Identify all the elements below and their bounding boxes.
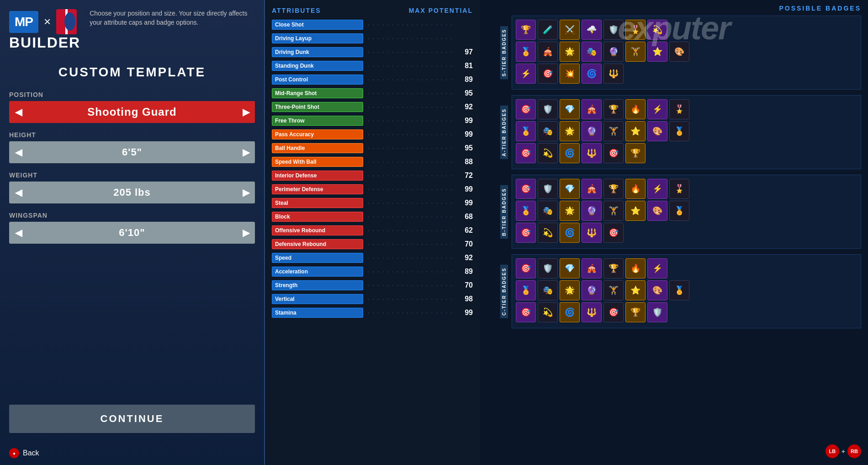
wingspan-right-arrow[interactable]: ▶	[237, 222, 255, 244]
position-label: POSITION	[9, 91, 255, 98]
attr-dots: · · · · · · · · · · · · · · · · · · · ·	[368, 90, 452, 96]
attr-dots: · · · · · · · · · · · · · · · · · · · ·	[368, 268, 452, 275]
badge-item: ⭐	[625, 201, 646, 221]
badge-item: 💎	[560, 99, 580, 119]
badge-item: 🎪	[582, 258, 602, 278]
attr-name: Offensive Rebound	[275, 227, 325, 234]
attr-value: 70	[457, 240, 473, 248]
tier-box: 🎯🛡️💎🎪🏆🔥⚡🎖️🏅🎭🌟🔮🏋️⭐🎨🏅🎯💫🌀🔱🎯🏆	[512, 95, 861, 169]
attr-bar-container: Mid-Range Shot	[272, 88, 363, 98]
attr-dots: · · · · · · · · · · · · · · · · · · · ·	[368, 118, 452, 124]
attr-bar: Interior Defense	[272, 171, 363, 181]
badge-item: 🏅	[516, 42, 536, 62]
badge-item: 🎪	[538, 42, 558, 62]
badge-item: 🔥	[625, 179, 646, 199]
badge-item: 🔱	[603, 64, 624, 84]
badges-panel: exputer POSSIBLE BADGES S-TIER BADGES🏆🧪⚔…	[480, 0, 868, 465]
wingspan-left-arrow[interactable]: ◀	[9, 222, 27, 244]
attr-name: Pass Accuracy	[275, 131, 314, 138]
badge-item: 🎭	[538, 201, 558, 221]
attr-name: Interior Defense	[275, 172, 317, 179]
back-button[interactable]: ● Back	[9, 448, 39, 458]
badge-item: 💎	[560, 258, 580, 278]
attr-dots: · · · · · · · · · · · · · · · · · · · ·	[368, 200, 452, 206]
badge-item: 🎯	[516, 302, 536, 322]
badge-item: 🛡️	[538, 99, 558, 119]
attr-bar-container: Speed With Ball	[272, 157, 363, 167]
attr-bar: Free Throw	[272, 116, 363, 126]
weight-label: WEIGHT	[9, 171, 255, 179]
position-left-arrow[interactable]: ◀	[9, 101, 27, 123]
tier-section: S-TIER BADGES🏆🧪⚔️🌩️🛡️🎖️💫🏅🎪🌟🎭🔮🏋️⭐🎨⚡🎯💥🌀🔱	[500, 16, 861, 90]
attribute-row: Steal · · · · · · · · · · · · · · · · · …	[265, 196, 480, 210]
weight-right-arrow[interactable]: ▶	[237, 182, 255, 203]
attr-bar-container: Driving Layup	[272, 33, 363, 43]
badge-item: 💫	[538, 302, 558, 322]
badge-item: 🎖️	[669, 179, 689, 199]
badge-item: 🎯	[603, 302, 624, 322]
badge-item: 🎨	[647, 280, 667, 300]
attr-dots: · · · · · · · · · · · · · · · · · · · ·	[368, 214, 452, 220]
weight-selector[interactable]: ◀ 205 lbs ▶	[9, 182, 255, 203]
attr-dots: · · · · · · · · · · · · · · · · · · · ·	[368, 310, 452, 316]
badge-item: 🏋️	[625, 42, 646, 62]
wingspan-selector[interactable]: ◀ 6'10" ▶	[9, 222, 255, 244]
attr-dots: · · · · · · · · · · · · · · · · · · · ·	[368, 186, 452, 192]
badge-row: 🎯💫🌀🔱🎯🏆	[516, 143, 857, 163]
position-value: Shooting Guard	[27, 106, 237, 118]
badge-row: 🎯🛡️💎🎪🏆🔥⚡🎖️	[516, 179, 857, 199]
attr-bar-container: Standing Dunk	[272, 61, 363, 71]
attributes-list: Close Shot · · · · · · · · · · · · · · ·…	[265, 18, 480, 320]
badge-item: ⭐	[625, 280, 646, 300]
badge-item: 🎯	[516, 99, 536, 119]
badge-item: 🛡️	[538, 179, 558, 199]
attribute-row: Stamina · · · · · · · · · · · · · · · · …	[265, 306, 480, 320]
left-panel: MP × BUILDER Choose your position and si…	[0, 0, 265, 465]
badge-item: ⚔️	[560, 20, 580, 40]
badge-item: 🏅	[669, 201, 689, 221]
badge-item: 🎨	[647, 201, 667, 221]
attr-bar: Standing Dunk	[272, 61, 363, 71]
attr-bar-container: Three-Point Shot	[272, 102, 363, 112]
badge-item: 🎖️	[669, 99, 689, 119]
badge-item: 💎	[560, 179, 580, 199]
attr-bar: Post Control	[272, 75, 363, 85]
attribute-row: Close Shot · · · · · · · · · · · · · · ·…	[265, 18, 480, 32]
attribute-row: Ball Handle · · · · · · · · · · · · · · …	[265, 141, 480, 155]
badge-item: 🔱	[582, 302, 602, 322]
weight-left-arrow[interactable]: ◀	[9, 182, 27, 203]
wingspan-value: 6'10"	[27, 227, 237, 239]
attribute-row: Interior Defense · · · · · · · · · · · ·…	[265, 169, 480, 182]
tier-section: A-TIER BADGES🎯🛡️💎🎪🏆🔥⚡🎖️🏅🎭🌟🔮🏋️⭐🎨🏅🎯💫🌀🔱🎯🏆	[500, 95, 861, 169]
attribute-row: Pass Accuracy · · · · · · · · · · · · · …	[265, 128, 480, 141]
badge-row: 🏅🎭🌟🔮🏋️⭐🎨🏅	[516, 121, 857, 141]
height-selector[interactable]: ◀ 6'5" ▶	[9, 141, 255, 163]
badge-item: 🌀	[582, 64, 602, 84]
attr-dots: · · · · · · · · · · · · · · · · · · · ·	[368, 63, 452, 69]
position-right-arrow[interactable]: ▶	[237, 101, 255, 123]
badge-item: 🏆	[603, 99, 624, 119]
badge-item: 🛡️	[647, 302, 667, 322]
position-group: POSITION ◀ Shooting Guard ▶	[9, 91, 255, 123]
attr-value: 99	[457, 309, 473, 317]
attr-bar-container: Free Throw	[272, 116, 363, 126]
height-left-arrow[interactable]: ◀	[9, 141, 27, 163]
attribute-row: Driving Layup · · · · · · · · · · · · · …	[265, 32, 480, 45]
badge-item: 🏋️	[603, 280, 624, 300]
attributes-panel: ATTRIBUTES MAX POTENTIAL Close Shot · · …	[265, 0, 480, 465]
badge-row: 🏅🎭🌟🔮🏋️⭐🎨🏅	[516, 201, 857, 221]
tier-label: C-TIER BADGES	[500, 265, 508, 318]
mp-logo: MP	[9, 11, 38, 33]
attr-name: Post Control	[275, 76, 308, 83]
badge-row: 🏅🎪🌟🎭🔮🏋️⭐🎨	[516, 42, 857, 62]
attr-bar: Stamina	[272, 308, 363, 318]
plus-symbol: +	[842, 448, 845, 455]
continue-button[interactable]: CONTINUE	[9, 405, 255, 433]
badge-item: 🎪	[582, 179, 602, 199]
badge-item: 🔮	[603, 42, 624, 62]
attr-bar-container: Strength	[272, 280, 363, 290]
height-right-arrow[interactable]: ▶	[237, 141, 255, 163]
attribute-row: Speed · · · · · · · · · · · · · · · · · …	[265, 251, 480, 265]
badge-item: 💫	[647, 20, 667, 40]
position-selector[interactable]: ◀ Shooting Guard ▶	[9, 101, 255, 123]
